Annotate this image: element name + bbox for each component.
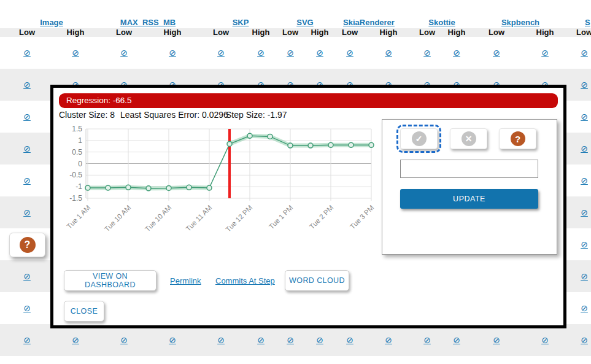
column-header-skpbench[interactable]: Skpbench	[501, 18, 539, 27]
check-circle-icon: ✓	[412, 131, 427, 146]
data-point-marker	[187, 185, 191, 190]
data-point-marker	[126, 185, 131, 190]
triage-status-cell[interactable]: ⊘	[23, 176, 31, 185]
data-point-marker	[85, 185, 90, 190]
data-point-marker	[166, 185, 171, 190]
data-point-marker	[106, 185, 110, 190]
data-point-marker	[288, 143, 293, 148]
triage-status-cell[interactable]: ⊘	[346, 336, 353, 344]
triage-status-cell[interactable]: ⊘	[23, 336, 31, 344]
triage-status-cell[interactable]: ⊘	[257, 48, 265, 57]
triage-status-cell[interactable]: ⊘	[581, 176, 588, 185]
triage-status-cell[interactable]: ⊘	[217, 48, 225, 57]
column-header-s[interactable]: S	[585, 18, 590, 27]
triage-status-cell[interactable]: ⊘	[541, 336, 549, 344]
triage-status-cell[interactable]: ⊘	[581, 80, 588, 89]
update-button[interactable]: UPDATE	[400, 189, 538, 209]
triage-comment-input[interactable]	[400, 160, 538, 178]
question-circle-icon: ?	[511, 131, 525, 146]
column-header-skp[interactable]: SKP	[233, 18, 249, 27]
triage-status-cell[interactable]: ⊘	[23, 112, 31, 121]
svg-text:-0.5: -0.5	[69, 171, 82, 179]
question-icon: ?	[20, 237, 36, 253]
table-row: ⊘⊘⊘⊘⊘⊘⊘⊘⊘⊘⊘⊘⊘⊘⊘	[0, 324, 591, 356]
subheader-high: High	[536, 28, 554, 37]
word-cloud-button[interactable]: WORD CLOUD	[285, 270, 349, 291]
commits-at-step-link[interactable]: Commits At Step	[215, 276, 275, 285]
column-header-svg[interactable]: SVG	[296, 18, 313, 27]
subheader-low: Low	[489, 28, 504, 37]
subheader-low: Low	[19, 28, 35, 37]
subheader-low: Low	[576, 28, 591, 37]
triage-status-cell[interactable]: ⊘	[23, 48, 31, 57]
triage-status-cell[interactable]: ⊘	[23, 144, 31, 153]
triage-status-cell[interactable]: ⊘	[453, 336, 460, 344]
perf-triage-page: ImageMAX_RSS_MBSKPSVGSkiaRendererSkottie…	[0, 0, 591, 364]
triage-status-cell[interactable]: ⊘	[23, 272, 31, 281]
table-row: ⊘⊘⊘⊘⊘⊘⊘⊘⊘⊘⊘⊘⊘⊘⊘	[0, 37, 591, 69]
triage-status-cell[interactable]: ⊘	[453, 48, 460, 57]
triage-status-cell[interactable]: ⊘	[423, 336, 431, 344]
svg-text:1.5: 1.5	[72, 125, 82, 133]
help-button[interactable]: ?	[9, 233, 45, 257]
triage-status-cell[interactable]: ⊘	[581, 240, 588, 249]
cluster-details-dialog: Regression: -66.5 Cluster Size: 8 Least …	[50, 85, 566, 328]
svg-text:-1.5: -1.5	[69, 194, 82, 203]
triage-status-cell[interactable]: ⊘	[23, 80, 31, 89]
triage-status-cell[interactable]: ⊘	[217, 336, 225, 344]
subheader-low: Low	[213, 28, 229, 37]
triage-status-cell[interactable]: ⊘	[72, 336, 79, 344]
triage-status-cell[interactable]: ⊘	[581, 336, 588, 344]
triage-status-cell[interactable]: ⊘	[493, 48, 500, 57]
triage-status-cell[interactable]: ⊘	[287, 336, 294, 344]
triage-status-cell[interactable]: ⊘	[316, 336, 323, 344]
view-on-dashboard-button[interactable]: VIEW ON DASHBOARD	[64, 270, 156, 291]
column-header-image[interactable]: Image	[40, 18, 63, 27]
triage-status-cell[interactable]: ⊘	[346, 48, 353, 57]
triage-status-cell[interactable]: ⊘	[385, 336, 392, 344]
triage-status-cell[interactable]: ⊘	[423, 48, 431, 57]
data-point-marker	[328, 142, 333, 147]
triage-positive-button[interactable]: ✓	[400, 128, 438, 149]
data-point-marker	[308, 143, 313, 148]
triage-status-cell[interactable]: ⊘	[120, 336, 128, 344]
data-point-marker	[369, 142, 374, 147]
triage-status-cell[interactable]: ⊘	[72, 48, 79, 57]
column-header-max_rss_mb[interactable]: MAX_RSS_MB	[120, 18, 176, 27]
column-header-skiarenderer[interactable]: SkiaRenderer	[343, 18, 395, 27]
triage-negative-button[interactable]: ✕	[450, 128, 487, 149]
triage-status-cell[interactable]: ⊘	[581, 48, 588, 57]
subheader-high: High	[252, 28, 270, 37]
triage-status-cell[interactable]: ⊘	[257, 336, 265, 344]
triage-status-cell[interactable]: ⊘	[581, 304, 588, 312]
close-button[interactable]: CLOSE	[64, 301, 104, 322]
column-header-skottie[interactable]: Skottie	[428, 18, 455, 27]
triage-status-cell[interactable]: ⊘	[23, 304, 31, 312]
subheader-high: High	[67, 28, 85, 37]
triage-status-cell[interactable]: ⊘	[581, 112, 588, 121]
svg-text:Tue 3 PM: Tue 3 PM	[349, 204, 375, 230]
triage-help-button[interactable]: ?	[499, 128, 536, 149]
triage-status-cell[interactable]: ⊘	[287, 48, 294, 57]
triage-status-cell[interactable]: ⊘	[581, 144, 588, 153]
triage-status-cell[interactable]: ⊘	[581, 208, 588, 217]
triage-status-cell[interactable]: ⊘	[169, 48, 176, 57]
data-point-marker	[349, 142, 353, 147]
triage-status-cell[interactable]: ⊘	[385, 48, 392, 57]
svg-text:Tue 2 PM: Tue 2 PM	[308, 204, 334, 230]
triage-status-cell[interactable]: ⊘	[581, 272, 588, 281]
triage-status-cell[interactable]: ⊘	[120, 48, 128, 57]
svg-text:Tue 12 PM: Tue 12 PM	[224, 204, 253, 233]
triage-status-cell[interactable]: ⊘	[493, 336, 500, 344]
permlink-link[interactable]: Permlink	[170, 276, 201, 285]
subheader-low: Low	[116, 28, 132, 37]
x-circle-icon: ✕	[462, 131, 476, 146]
data-point-marker	[227, 141, 232, 146]
triage-panel: ✓ ✕ ? UPDATE	[382, 119, 557, 255]
svg-text:Tue 1 PM: Tue 1 PM	[268, 204, 294, 230]
triage-status-cell[interactable]: ⊘	[23, 208, 31, 217]
triage-status-cell[interactable]: ⊘	[316, 48, 323, 57]
triage-status-cell[interactable]: ⊘	[169, 336, 176, 344]
svg-text:Tue 10 AM: Tue 10 AM	[144, 204, 173, 233]
triage-status-cell[interactable]: ⊘	[541, 48, 549, 57]
